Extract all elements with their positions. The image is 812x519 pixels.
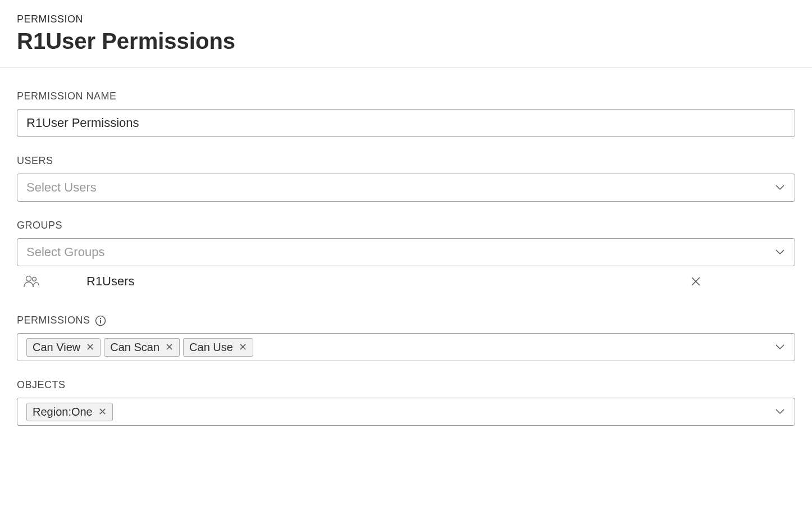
tag-label: Can Use [189,341,233,354]
tag-label: Region:One [33,406,93,418]
svg-point-0 [26,276,31,281]
object-tag: Region:One ✕ [26,403,113,421]
page-title: R1User Permissions [17,29,795,54]
users-label: USERS [17,155,795,167]
info-icon[interactable] [95,315,106,326]
page-header: PERMISSION R1User Permissions [0,0,812,68]
tag-label: Can View [33,341,80,354]
groups-field: GROUPS Select Groups R1Users [17,220,795,297]
groups-placeholder: Select Groups [26,245,104,260]
groups-select[interactable]: Select Groups [17,238,795,266]
permission-tag: Can View ✕ [26,338,101,357]
users-group-icon [24,275,39,288]
close-icon[interactable]: ✕ [98,407,107,417]
objects-label: OBJECTS [17,379,795,391]
close-icon[interactable]: ✕ [239,342,247,352]
objects-tags: Region:One ✕ [26,403,770,421]
permission-tag: Can Scan ✕ [104,338,180,357]
group-item: R1Users [17,266,795,297]
permission-name-input[interactable] [17,109,795,137]
permissions-field: PERMISSIONS Can View ✕ Can Scan ✕ [17,315,795,361]
form-container: PERMISSION NAME USERS Select Users GROUP… [0,68,812,466]
users-placeholder: Select Users [26,180,97,195]
groups-label: GROUPS [17,220,795,231]
permissions-select[interactable]: Can View ✕ Can Scan ✕ Can Use ✕ [17,333,795,361]
remove-group-button[interactable] [691,276,701,286]
chevron-down-icon [775,185,784,190]
close-icon[interactable]: ✕ [165,342,174,352]
chevron-down-icon [775,409,784,415]
chevron-down-icon [775,249,784,255]
permissions-label: PERMISSIONS [17,315,795,326]
close-icon[interactable]: ✕ [86,342,94,352]
objects-select[interactable]: Region:One ✕ [17,398,795,426]
permission-tag: Can Use ✕ [183,338,253,357]
permission-name-label: PERMISSION NAME [17,90,795,102]
permissions-tags: Can View ✕ Can Scan ✕ Can Use ✕ [26,338,770,357]
users-field: USERS Select Users [17,155,795,202]
group-name: R1Users [86,274,135,289]
svg-rect-4 [100,320,101,323]
header-eyebrow: PERMISSION [17,13,795,25]
tag-label: Can Scan [110,341,159,354]
svg-point-3 [99,317,101,318]
permission-name-field: PERMISSION NAME [17,90,795,137]
svg-point-1 [33,277,37,281]
chevron-down-icon [775,344,784,350]
permissions-label-text: PERMISSIONS [17,315,90,326]
users-select[interactable]: Select Users [17,174,795,202]
objects-field: OBJECTS Region:One ✕ [17,379,795,426]
